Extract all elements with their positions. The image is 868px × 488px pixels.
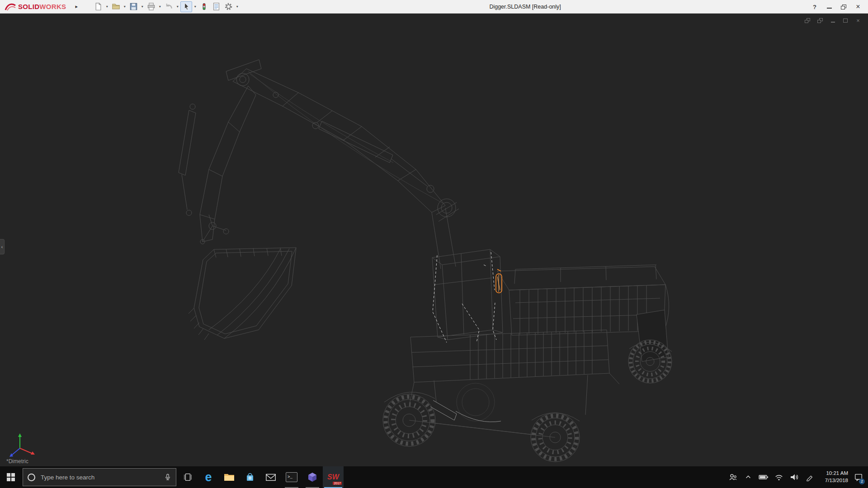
graphics-viewport[interactable]: × ‹ *Dimetric	[0, 14, 868, 466]
battery-button[interactable]	[757, 466, 770, 488]
task-view-button[interactable]	[177, 466, 198, 488]
system-tray: 10:21 AM 7/13/2018 2	[726, 466, 868, 488]
people-icon	[728, 473, 737, 482]
pen-icon	[806, 473, 814, 481]
options-caret[interactable]: ▾	[235, 1, 240, 12]
doc-maximize-icon	[843, 19, 848, 23]
clock-date: 7/13/2018	[820, 477, 848, 484]
new-document-caret[interactable]: ▾	[104, 1, 109, 12]
clock-time: 10:21 AM	[820, 470, 848, 477]
file-properties-icon	[212, 2, 221, 11]
model-scene[interactable]	[0, 14, 868, 466]
undo-button[interactable]	[163, 1, 175, 12]
edge-icon: e	[205, 471, 212, 483]
doc-minimize-icon	[831, 22, 835, 23]
main-toolbar: ▾ ▾ ▾ ▾	[92, 1, 240, 12]
open-folder-icon	[112, 2, 120, 11]
window-controls: ? ×	[808, 0, 864, 14]
task-view-icon	[183, 472, 193, 482]
wheel-front-left	[383, 392, 435, 446]
pen-button[interactable]	[803, 466, 816, 488]
solidworks-logo-icon	[5, 2, 16, 11]
doc-restore-button[interactable]	[804, 17, 811, 23]
battery-icon	[759, 474, 769, 481]
microphone-icon[interactable]	[164, 473, 171, 482]
windows-logo-icon	[7, 473, 15, 481]
action-center-button[interactable]: 2	[852, 466, 865, 488]
cascade-icon	[805, 18, 810, 23]
print-caret[interactable]: ▾	[157, 1, 162, 12]
select-caret[interactable]: ▾	[193, 1, 198, 12]
document-window-controls: ×	[804, 17, 862, 23]
flyout-arrow-icon: ▸	[75, 4, 78, 9]
taskbar-app-command-prompt[interactable]: >_	[281, 466, 302, 488]
save-button[interactable]	[127, 1, 139, 12]
people-button[interactable]	[726, 466, 740, 488]
restore-button[interactable]	[837, 0, 850, 14]
tray-overflow-button[interactable]	[741, 466, 755, 488]
taskbar: e >_ SW 2017	[0, 466, 868, 488]
volume-icon	[790, 473, 799, 481]
open-caret[interactable]: ▾	[122, 1, 127, 12]
doc-close-button[interactable]: ×	[854, 17, 862, 23]
notification-badge: 2	[859, 479, 865, 484]
taskbar-app-3d-viewer[interactable]	[302, 466, 323, 488]
file-properties-button[interactable]	[210, 1, 222, 12]
select-button[interactable]	[180, 1, 192, 12]
doc-maximize-button[interactable]	[842, 17, 849, 23]
gear-icon	[224, 2, 233, 11]
volume-button[interactable]	[788, 466, 801, 488]
options-button[interactable]	[222, 1, 234, 12]
rebuild-traffic-light-icon	[200, 2, 208, 11]
titlebar: SOLIDWORKS ▸ ▾ ▾ ▾	[0, 0, 868, 14]
taskbar-search[interactable]	[23, 468, 176, 486]
wifi-icon	[774, 473, 783, 481]
left-panel-arrow-icon: ‹	[1, 244, 3, 249]
print-icon	[147, 2, 156, 11]
mail-icon	[265, 473, 276, 482]
doc-minimize-button[interactable]	[829, 17, 836, 23]
rebuild-button[interactable]	[198, 1, 210, 12]
minimize-icon	[827, 8, 832, 9]
chevron-up-icon	[745, 474, 752, 481]
save-icon	[129, 2, 138, 11]
taskbar-app-store[interactable]	[240, 466, 260, 488]
help-button[interactable]: ?	[808, 0, 821, 14]
command-prompt-icon: >_	[286, 472, 297, 482]
taskbar-app-edge[interactable]: e	[198, 466, 219, 488]
taskbar-clock[interactable]: 10:21 AM 7/13/2018	[818, 470, 850, 484]
menu-flyout-button[interactable]: ▸	[72, 2, 80, 11]
network-button[interactable]	[772, 466, 786, 488]
new-window-icon	[817, 18, 823, 23]
view-orientation-label: *Dimetric	[6, 458, 28, 465]
start-button[interactable]	[0, 466, 22, 488]
brand-text: SOLIDWORKS	[18, 3, 66, 11]
taskbar-app-solidworks[interactable]: SW 2017	[323, 466, 344, 488]
minimize-button[interactable]	[823, 0, 835, 14]
undo-caret[interactable]: ▾	[175, 1, 180, 12]
cortana-icon	[28, 474, 35, 481]
file-explorer-icon	[223, 472, 235, 482]
print-button[interactable]	[145, 1, 157, 12]
search-input[interactable]	[40, 474, 160, 481]
doc-new-window-button[interactable]	[816, 17, 824, 23]
taskbar-app-mail[interactable]	[260, 466, 281, 488]
solidworks-app-icon: SW 2017	[326, 470, 340, 484]
new-document-icon	[94, 2, 103, 11]
taskbar-app-file-explorer[interactable]	[219, 466, 240, 488]
doc-close-icon: ×	[856, 18, 860, 23]
new-document-button[interactable]	[92, 1, 104, 12]
select-cursor-icon	[182, 2, 191, 11]
restore-icon	[841, 5, 846, 9]
3d-cube-icon	[307, 472, 318, 483]
open-button[interactable]	[110, 1, 122, 12]
solidworks-logo: SOLIDWORKS	[0, 0, 66, 13]
undo-icon	[165, 2, 173, 11]
document-title: Digger.SLDASM [Read-only]	[489, 0, 561, 14]
excavator-wireframe	[179, 60, 672, 462]
feature-panel-expand-tab[interactable]: ‹	[0, 239, 5, 254]
close-button[interactable]: ×	[852, 0, 864, 14]
save-caret[interactable]: ▾	[140, 1, 145, 12]
store-icon	[245, 472, 255, 483]
